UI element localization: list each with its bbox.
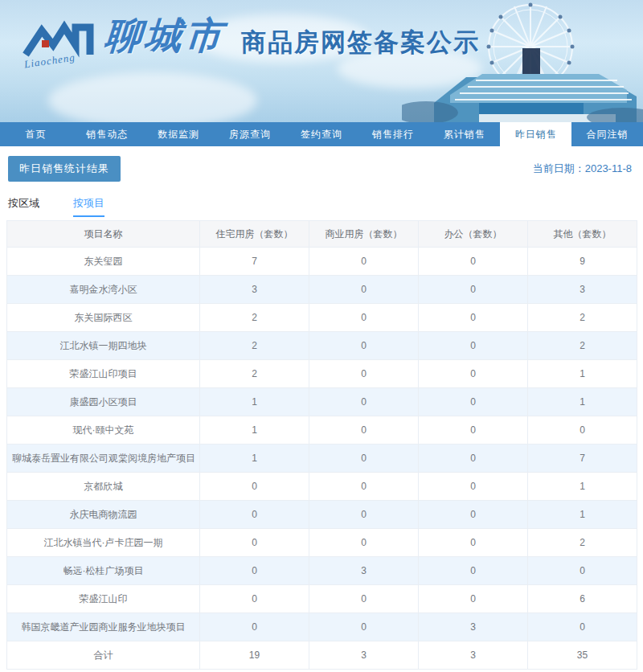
table-row-other: 6	[528, 585, 637, 613]
section-head: 昨日销售统计结果 当前日期：2023-11-8	[0, 146, 643, 182]
table-row-office: 0	[419, 529, 528, 557]
table-row-other: 1	[528, 388, 637, 416]
table-header-cell-4: 其他（套数）	[528, 221, 637, 248]
cloud-decoration	[48, 72, 257, 122]
table-row-residential: 1	[200, 445, 309, 473]
table-row-office: 0	[419, 416, 528, 445]
total-row-other: 35	[528, 641, 637, 670]
table-row: 畅远·松桂广场项目0300	[7, 557, 637, 585]
table-header-cell-2: 商业用房（套数）	[309, 221, 419, 248]
table-row: 现代·颐中文苑1000	[7, 416, 637, 445]
table-row-name: 江北水镇当代·卢卡庄园一期	[7, 529, 200, 557]
table-row-name: 江北水镇一期四地块	[7, 332, 200, 360]
table-row-other: 3	[528, 276, 637, 304]
table-row: 江北水镇一期四地块2002	[7, 332, 637, 360]
table-row-residential: 1	[200, 416, 309, 445]
table-row-office: 3	[419, 613, 528, 641]
nav-item-1[interactable]: 销售动态	[72, 122, 143, 146]
tab-1[interactable]: 按项目	[73, 196, 104, 217]
table-row-commercial: 0	[309, 501, 419, 529]
table-row-commercial: 0	[309, 332, 419, 360]
tab-0[interactable]: 按区域	[8, 196, 39, 217]
table-row-residential: 0	[200, 585, 309, 613]
table-row-residential: 2	[200, 332, 309, 360]
table-row-name: 现代·颐中文苑	[7, 416, 200, 445]
table-row-name: 嘉明金水湾小区	[7, 276, 200, 304]
table-row-residential: 2	[200, 304, 309, 332]
nav-bar: 首页销售动态数据监测房源查询签约查询销售排行累计销售昨日销售合同注销	[0, 122, 643, 146]
table-row-other: 2	[528, 529, 637, 557]
table-row: 京都欣城0001	[7, 473, 637, 501]
table-row-office: 0	[419, 585, 528, 613]
nav-item-7[interactable]: 昨日销售	[500, 122, 571, 146]
current-date: 当前日期：2023-11-8	[533, 162, 632, 176]
total-row-office: 3	[419, 641, 528, 670]
table-row-name: 东关玺园	[7, 248, 200, 276]
total-row: 合计193335	[7, 641, 637, 670]
current-date-label: 当前日期：	[533, 162, 585, 174]
table-row: 东关玺园7009	[7, 248, 637, 276]
table-row-commercial: 0	[309, 445, 419, 473]
banner: Liaocheng 聊城市 商品房网签备案公示	[0, 0, 643, 122]
site-logo: Liaocheng	[23, 18, 96, 69]
table-body: 东关玺园7009嘉明金水湾小区3003东关国际西区2002江北水镇一期四地块20…	[7, 248, 637, 670]
table-row-commercial: 0	[309, 585, 419, 613]
table-row: 荣盛江山印0006	[7, 585, 637, 613]
nav-item-5[interactable]: 销售排行	[357, 122, 428, 146]
table-row-office: 0	[419, 501, 528, 529]
current-date-value: 2023-11-8	[585, 162, 632, 174]
total-row-residential: 19	[200, 641, 309, 670]
table-row-other: 0	[528, 557, 637, 585]
nav-item-8[interactable]: 合同注销	[571, 122, 643, 146]
table-row-office: 0	[419, 248, 528, 276]
nav-item-2[interactable]: 数据监测	[143, 122, 215, 146]
table-row-office: 0	[419, 473, 528, 501]
logo-mountain-icon: Liaocheng	[23, 18, 96, 69]
table-row-residential: 1	[200, 388, 309, 416]
sales-table: 项目名称住宅用房（套数）商业用房（套数）办公（套数）其他（套数） 东关玺园700…	[6, 220, 637, 670]
table-row-residential: 2	[200, 360, 309, 388]
table-row-residential: 0	[200, 613, 309, 641]
table-row-commercial: 0	[309, 360, 419, 388]
table-row: 韩国京畿道产业园商业服务业地块项目0030	[7, 613, 637, 641]
table-row-name: 荣盛江山印项目	[7, 360, 200, 388]
table-row-other: 2	[528, 304, 637, 332]
table-row-other: 1	[528, 501, 637, 529]
table-row: 东关国际西区2002	[7, 304, 637, 332]
nav-item-6[interactable]: 累计销售	[428, 122, 500, 146]
table-row: 嘉明金水湾小区3003	[7, 276, 637, 304]
table-row-other: 0	[528, 416, 637, 445]
banner-title: 商品房网签备案公示	[241, 26, 480, 59]
table-row: 永庆电商物流园0001	[7, 501, 637, 529]
table-row-name: 京都欣城	[7, 473, 200, 501]
table-row: 康盛园小区项目1001	[7, 388, 637, 416]
nav-item-4[interactable]: 签约查询	[286, 122, 358, 146]
table-row-commercial: 0	[309, 529, 419, 557]
table-row-other: 0	[528, 613, 637, 641]
table-row: 荣盛江山印项目2001	[7, 360, 637, 388]
table-row-name: 畅远·松桂广场项目	[7, 557, 200, 585]
table-row-commercial: 0	[309, 613, 419, 641]
table-row-name: 永庆电商物流园	[7, 501, 200, 529]
table-row-residential: 0	[200, 529, 309, 557]
table-row-residential: 0	[200, 473, 309, 501]
table-row-other: 7	[528, 445, 637, 473]
table-row-office: 0	[419, 304, 528, 332]
table-row: 聊城泰岳置业有限公司观棠阅境房地产项目1007	[7, 445, 637, 473]
nav-item-0[interactable]: 首页	[0, 122, 72, 146]
table-row-residential: 3	[200, 276, 309, 304]
table-row-name: 荣盛江山印	[7, 585, 200, 613]
total-row-name: 合计	[7, 641, 200, 670]
table-row-residential: 7	[200, 248, 309, 276]
table-row-other: 2	[528, 332, 637, 360]
table-row-other: 1	[528, 473, 637, 501]
table-row-other: 9	[528, 248, 637, 276]
table-row-name: 东关国际西区	[7, 304, 200, 332]
table-row-commercial: 0	[309, 416, 419, 445]
table-row: 江北水镇当代·卢卡庄园一期0002	[7, 529, 637, 557]
table-row-office: 0	[419, 557, 528, 585]
table-row-office: 0	[419, 276, 528, 304]
nav-item-3[interactable]: 房源查询	[215, 122, 286, 146]
table-row-commercial: 0	[309, 248, 419, 276]
table-row-office: 0	[419, 445, 528, 473]
